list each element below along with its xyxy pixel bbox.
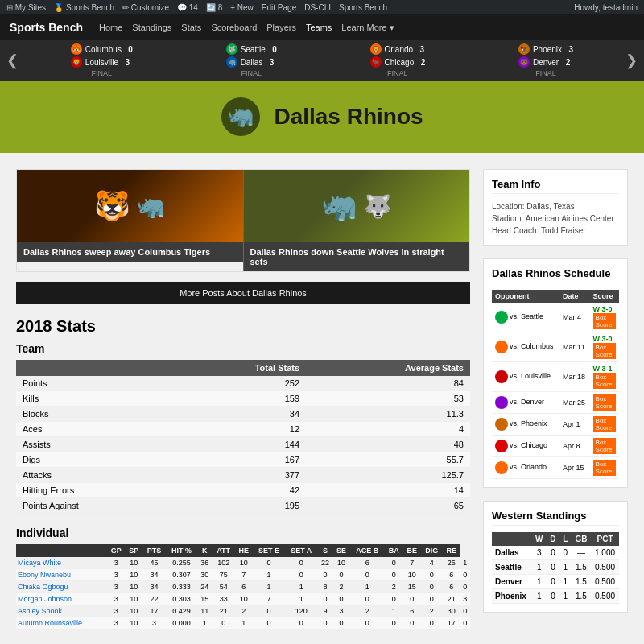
stat-label: Blocks [16, 407, 174, 422]
ticker-left-arrow[interactable]: ❮ [6, 52, 19, 69]
player-stat: 7 [253, 593, 285, 605]
player-stat: 15 [403, 581, 421, 593]
player-name[interactable]: Chiaka Ogbogu [16, 581, 107, 593]
ticker-final-4: FINAL [535, 69, 556, 77]
news-card-2: 🦏 🐺 Dallas Rhinos down Seattle Wolves in… [244, 170, 470, 271]
stats-col-total: Total Stats [174, 360, 306, 376]
list-item: Dallas 3 0 0 — 1.000 [492, 546, 619, 560]
admin-edit-page[interactable]: Edit Page [262, 3, 296, 12]
player-stat: 0 [385, 593, 403, 605]
box-score-link[interactable]: BoxScore [593, 394, 616, 411]
news-card-1-caption[interactable]: Dallas Rhinos sweep away Columbus Tigers [17, 242, 243, 262]
player-stat: 1 [460, 557, 470, 569]
player-stat: 0.255 [166, 557, 197, 569]
box-score-link[interactable]: BoxScore [593, 313, 616, 329]
nav-standings[interactable]: Standings [132, 23, 171, 33]
nav-teams[interactable]: Teams [306, 23, 332, 33]
player-stat: 1 [235, 617, 253, 630]
stat-total: 167 [174, 452, 306, 468]
ticker-game-1: 🐯 Columbus 0 🦁 Louisville 3 FINAL [71, 43, 133, 77]
sidebar: Team Info Location: Dallas, Texas Stadiu… [483, 169, 628, 636]
sched-date: Mar 18 [559, 362, 590, 392]
nav-logo[interactable]: Sports Bench [10, 21, 83, 34]
admin-ds-cli[interactable]: DS-CLI [304, 3, 331, 12]
sched-score: BoxScore [590, 414, 619, 436]
player-stat: 2 [385, 581, 403, 593]
box-score-link[interactable]: BoxScore [593, 416, 616, 432]
player-stat: 6 [443, 581, 460, 593]
stat-avg: 55.7 [306, 452, 470, 468]
individual-stats-subtitle: Individual [16, 526, 470, 539]
ind-col-header: HIT % [166, 544, 197, 557]
list-item: Ebony Nwanebu310340.3073075710000010060 [16, 569, 470, 581]
news-card-2-caption[interactable]: Dallas Rhinos down Seattle Wolves in str… [244, 242, 470, 271]
player-name[interactable]: Morgan Johnson [16, 593, 107, 605]
box-score-link[interactable]: BoxScore [593, 373, 616, 389]
team-columbus: Columbus [85, 45, 122, 54]
list-item: vs. Seattle Mar 4 W 3-0 BoxScore [492, 303, 619, 332]
player-stat: 22 [142, 593, 166, 605]
ind-col-header: ATT [213, 544, 235, 557]
standings-d: 0 [547, 589, 559, 604]
player-name[interactable]: Autumn Rounsaville [16, 617, 107, 630]
team-chicago: Chicago [385, 58, 415, 67]
admin-updates[interactable]: 🔄 8 [206, 3, 222, 12]
box-score-link[interactable]: BoxScore [593, 460, 616, 476]
stat-avg: 14 [306, 483, 470, 498]
standings-col-header: PCT [591, 532, 619, 546]
nav-learn-more[interactable]: Learn More ▾ [341, 23, 394, 33]
table-row: Digs16755.7 [16, 452, 470, 468]
player-stat: 30 [443, 605, 460, 617]
player-stat: 3 [107, 617, 126, 630]
sched-opponent: vs. Louisville [492, 362, 559, 392]
standings-gb: 1.5 [572, 589, 591, 604]
nav-scoreboard[interactable]: Scoreboard [211, 23, 257, 33]
player-stat: 0.000 [166, 617, 197, 630]
list-item: Chiaka Ogbogu310340.3332454611821215060 [16, 581, 470, 593]
box-score-link[interactable]: BoxScore [593, 438, 616, 454]
stat-total: 159 [174, 391, 306, 407]
player-name[interactable]: Micaya White [16, 557, 107, 569]
standings-team: Seattle [492, 560, 531, 575]
more-posts-button[interactable]: More Posts About Dallas Rhinos [16, 282, 470, 304]
admin-sports-bench2[interactable]: Sports Bench [339, 3, 387, 12]
team-stats-subtitle: Team [16, 342, 470, 355]
standings-d: 0 [547, 546, 559, 560]
player-stat: 0 [403, 617, 421, 630]
standings-d: 0 [547, 575, 559, 589]
schedule-title: Dallas Rhinos Schedule [492, 267, 619, 283]
player-stat: 1 [253, 581, 285, 593]
stats-title: 2018 Stats [16, 317, 470, 336]
ind-col-header: GP [107, 544, 126, 557]
list-item: Seattle 1 0 1 1.5 0.500 [492, 560, 619, 575]
player-stat: 10 [126, 557, 142, 569]
nav-home[interactable]: Home [99, 23, 122, 33]
player-stat: 1 [285, 593, 317, 605]
stat-label: Points [16, 376, 174, 391]
player-stat: 3 [107, 557, 126, 569]
schedule-table: Opponent Date Score vs. Seattle Mar 4 W … [492, 290, 619, 479]
player-stat: 3 [460, 593, 470, 605]
stat-total: 144 [174, 437, 306, 452]
player-stat: 0 [421, 569, 443, 581]
player-name[interactable]: Ebony Nwanebu [16, 569, 107, 581]
list-item: Autumn Rounsaville31030.0001010000000017… [16, 617, 470, 630]
admin-new[interactable]: + New [230, 3, 254, 12]
player-stat: 7 [403, 557, 421, 569]
player-stat: 34 [142, 569, 166, 581]
player-stat: 0 [460, 617, 470, 630]
player-name[interactable]: Ashley Shook [16, 605, 107, 617]
ticker-right-arrow[interactable]: ❯ [625, 52, 638, 69]
stat-total: 34 [174, 407, 306, 422]
admin-comments[interactable]: 💬 14 [177, 3, 198, 12]
nav-players[interactable]: Players [266, 23, 296, 33]
admin-sports-bench[interactable]: 🏅 Sports Bench [54, 3, 114, 12]
admin-customize[interactable]: ✏ Customize [122, 3, 169, 12]
box-score-link[interactable]: BoxScore [593, 343, 616, 359]
standings-w: 3 [531, 546, 546, 560]
ind-col-header: BA [385, 544, 403, 557]
team-info-card: Team Info Location: Dallas, Texas Stadiu… [483, 169, 628, 246]
sched-date: Mar 11 [559, 332, 590, 362]
nav-stats[interactable]: Stats [181, 23, 201, 33]
admin-my-sites[interactable]: ⊞ My Sites [6, 3, 46, 12]
